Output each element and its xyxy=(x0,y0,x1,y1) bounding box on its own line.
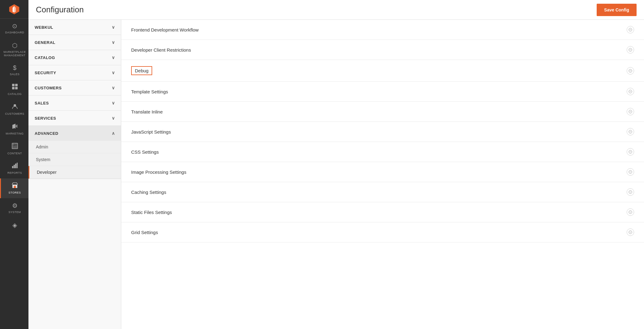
svg-rect-13 xyxy=(12,143,15,146)
chevron-down-icon: ∨ xyxy=(112,25,115,30)
sidebar-section-general: GENERAL ∨ xyxy=(28,35,121,50)
config-row-title: Grid Settings xyxy=(131,230,158,235)
expand-icon xyxy=(627,188,634,196)
sidebar-item-marketing[interactable]: MARKETING xyxy=(0,119,28,139)
config-row-title: Static Files Settings xyxy=(131,210,172,215)
expand-icon xyxy=(627,26,634,33)
sidebar-item-label: CUSTOMERS xyxy=(5,112,24,116)
save-config-button[interactable]: Save Config xyxy=(597,4,637,16)
svg-rect-14 xyxy=(15,143,18,144)
sidebar-item-stores[interactable]: STORES xyxy=(0,178,28,198)
sidebar-section-security: SECURITY ∨ xyxy=(28,65,121,80)
expand-icon xyxy=(627,128,634,135)
sidebar-section-label: CATALOG xyxy=(35,55,55,60)
expand-icon xyxy=(627,108,634,115)
config-row-translate-inline[interactable]: Translate Inline xyxy=(121,102,644,122)
config-row-caching-settings[interactable]: Caching Settings xyxy=(121,182,644,202)
config-row-title: Caching Settings xyxy=(131,190,166,195)
config-row-title: Image Processing Settings xyxy=(131,169,186,175)
expand-icon xyxy=(627,67,634,75)
svg-point-25 xyxy=(629,69,632,72)
chevron-down-icon: ∨ xyxy=(112,85,115,90)
sidebar-section-header-catalog[interactable]: CATALOG ∨ xyxy=(28,50,121,65)
sidebar-section-header-security[interactable]: SECURITY ∨ xyxy=(28,65,121,80)
sidebar-section-services: SERVICES ∨ xyxy=(28,111,121,126)
sidebar-section-label: SALES xyxy=(35,101,49,105)
config-row-title: Debug xyxy=(131,66,152,75)
sidebar-sub-item-developer[interactable]: Developer xyxy=(28,166,121,179)
expand-icon xyxy=(627,46,634,53)
config-row-frontend-dev-workflow[interactable]: Frontend Development Workflow xyxy=(121,20,644,40)
sidebar-item-label: REPORTS xyxy=(7,171,22,175)
sidebar-section-label: SERVICES xyxy=(35,116,56,121)
config-row-template-settings[interactable]: Template Settings xyxy=(121,82,644,102)
page-title: Configuration xyxy=(36,5,84,15)
sidebar-item-system[interactable]: ⚙ SYSTEM xyxy=(0,198,28,218)
sidebar-item-sales[interactable]: $ SALES xyxy=(0,61,28,80)
svg-point-27 xyxy=(629,110,632,113)
sidebar-section-label: ADVANCED xyxy=(35,131,58,136)
sidebar-item-label: SALES xyxy=(10,73,20,76)
sidebar-section-label: GENERAL xyxy=(35,40,55,45)
config-row-grid-settings[interactable]: Grid Settings xyxy=(121,222,644,242)
config-row-debug[interactable]: Debug xyxy=(121,60,644,82)
config-row-javascript-settings[interactable]: JavaScript Settings xyxy=(121,122,644,142)
sidebar-sub-item-admin[interactable]: Admin xyxy=(28,141,121,153)
sidebar-section-header-services[interactable]: SERVICES ∨ xyxy=(28,111,121,126)
chevron-up-icon: ∧ xyxy=(112,131,115,136)
sidebar-section-header-general[interactable]: GENERAL ∨ xyxy=(28,35,121,50)
svg-point-32 xyxy=(629,211,632,214)
svg-rect-10 xyxy=(17,125,17,128)
sidebar-sub-item-system[interactable]: System xyxy=(28,153,121,166)
sidebar-section-header-sales[interactable]: SALES ∨ xyxy=(28,96,121,110)
svg-point-28 xyxy=(629,130,632,133)
left-navigation: ⊙ DASHBOARD ⬡ MARKETPLACE MANAGEMENT $ S… xyxy=(0,0,28,329)
content-icon xyxy=(12,143,18,151)
marketplace-icon: ⬡ xyxy=(12,42,17,49)
config-row-static-files-settings[interactable]: Static Files Settings xyxy=(121,202,644,222)
sidebar-section-label: CUSTOMERS xyxy=(35,86,62,90)
svg-point-30 xyxy=(629,170,632,173)
expand-icon xyxy=(627,148,634,156)
config-row-title: CSS Settings xyxy=(131,149,159,155)
sidebar-item-more[interactable]: ◈ xyxy=(0,218,28,234)
config-row-title: Developer Client Restrictions xyxy=(131,47,191,53)
svg-point-23 xyxy=(629,28,632,31)
svg-rect-22 xyxy=(14,186,16,188)
sidebar-item-reports[interactable]: REPORTS xyxy=(0,159,28,178)
stores-icon xyxy=(12,182,18,190)
svg-rect-11 xyxy=(12,127,14,129)
sidebar-item-catalog[interactable]: CATALOG xyxy=(0,80,28,100)
sidebar-item-customers[interactable]: CUSTOMERS xyxy=(0,100,28,119)
svg-rect-20 xyxy=(17,163,18,168)
page-header: Configuration Save Config xyxy=(28,0,644,20)
sidebar-sub-items-advanced: Admin System Developer xyxy=(28,141,121,179)
sidebar-item-label: CONTENT xyxy=(7,152,22,155)
sidebar-section-header-webkul[interactable]: WEBKUL ∨ xyxy=(28,20,121,35)
config-row-developer-client-restrictions[interactable]: Developer Client Restrictions xyxy=(121,40,644,60)
svg-rect-9 xyxy=(16,125,16,127)
svg-rect-17 xyxy=(12,166,13,168)
config-row-css-settings[interactable]: CSS Settings xyxy=(121,142,644,162)
more-icon: ◈ xyxy=(12,221,17,229)
config-row-image-processing-settings[interactable]: Image Processing Settings xyxy=(121,162,644,182)
sidebar-item-label: CATALOG xyxy=(8,92,22,96)
svg-point-24 xyxy=(629,48,632,51)
expand-icon xyxy=(627,208,634,216)
sidebar-section-header-advanced[interactable]: ADVANCED ∧ xyxy=(28,126,121,141)
sidebar-section-header-customers[interactable]: CUSTOMERS ∨ xyxy=(28,80,121,95)
sidebar-item-label: DASHBOARD xyxy=(5,31,24,34)
svg-point-33 xyxy=(629,231,632,234)
sidebar-item-label: MARKETPLACE MANAGEMENT xyxy=(2,50,27,57)
sidebar-item-marketplace[interactable]: ⬡ MARKETPLACE MANAGEMENT xyxy=(0,38,28,61)
svg-point-29 xyxy=(629,150,632,153)
config-main-content: Frontend Development Workflow Developer … xyxy=(121,20,644,329)
magento-logo-icon xyxy=(9,4,20,15)
config-sidebar: WEBKUL ∨ GENERAL ∨ CATALOG ∨ xyxy=(28,20,121,329)
sidebar-section-customers: CUSTOMERS ∨ xyxy=(28,80,121,96)
sidebar-item-dashboard[interactable]: ⊙ DASHBOARD xyxy=(0,19,28,38)
sidebar-item-content[interactable]: CONTENT xyxy=(0,139,28,159)
marketing-icon xyxy=(12,123,18,131)
main-area: Configuration Save Config WEBKUL ∨ GENER… xyxy=(28,0,644,329)
dashboard-icon: ⊙ xyxy=(12,22,17,30)
